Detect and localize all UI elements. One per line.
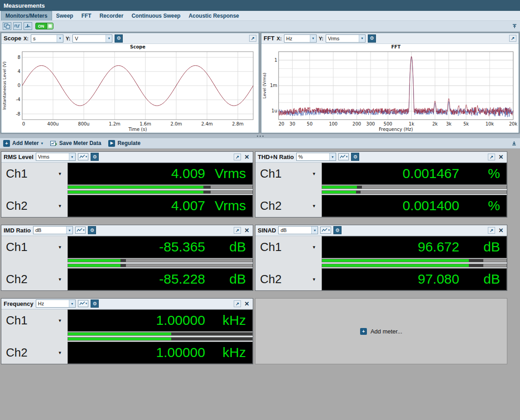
gear-icon[interactable]: ⚙ bbox=[91, 153, 99, 161]
channel-row: Ch2▾ 0.001400% bbox=[255, 195, 507, 217]
svg-text:0: 0 bbox=[18, 83, 20, 88]
svg-text:1.2m: 1.2m bbox=[109, 121, 120, 126]
tab-monitors-meters[interactable]: Monitors/Meters bbox=[1, 11, 52, 20]
display-mode-button[interactable]: ▾ bbox=[78, 300, 89, 307]
fft-monitor-toggle[interactable] bbox=[24, 22, 32, 30]
meter-header: IMD Ratio dB▾ ▾ ⚙ ↗ ✕ bbox=[1, 225, 253, 236]
fft-y-units-select[interactable]: Vrms▾ bbox=[326, 34, 366, 43]
svg-text:4: 4 bbox=[18, 69, 20, 74]
gear-icon[interactable]: ⚙ bbox=[115, 34, 123, 43]
popout-icon[interactable]: ↗ bbox=[509, 35, 516, 42]
scope-x-units-select[interactable]: s▾ bbox=[31, 34, 63, 43]
display-mode-button[interactable]: ▾ bbox=[320, 227, 331, 234]
channel-row: Ch1▾ 1.00000kHz bbox=[1, 309, 253, 332]
popout-icon[interactable]: ↗ bbox=[234, 300, 241, 307]
chevron-down-icon: ▾ bbox=[106, 35, 112, 42]
popout-icon[interactable]: ↗ bbox=[234, 154, 241, 160]
tab-recorder[interactable]: Recorder bbox=[96, 11, 128, 20]
svg-text:Instantaneous Level (V): Instantaneous Level (V) bbox=[2, 62, 7, 110]
channel-2-selector[interactable]: Ch2▾ bbox=[1, 268, 67, 290]
channel-1-level-bar bbox=[67, 185, 253, 189]
scope-panel-title: Scope bbox=[4, 35, 21, 42]
splitter-handle[interactable] bbox=[0, 134, 520, 138]
channel-2-selector[interactable]: Ch2▾ bbox=[1, 195, 67, 217]
close-icon[interactable]: ✕ bbox=[243, 300, 250, 307]
popout-icon[interactable]: ↗ bbox=[488, 227, 495, 234]
meter-unit-select[interactable]: Hz▾ bbox=[36, 299, 76, 308]
collapse-panel-icon[interactable] bbox=[511, 140, 517, 146]
meter-unit-select[interactable]: Vrms▾ bbox=[36, 153, 76, 161]
gear-icon[interactable]: ⚙ bbox=[91, 299, 99, 308]
channel-row: Ch1▾ 96.672dB bbox=[255, 236, 507, 258]
channel-1-display: 4.009Vrms bbox=[67, 163, 253, 185]
channel-2-display: 97.080dB bbox=[322, 268, 507, 290]
gear-icon[interactable]: ⚙ bbox=[351, 153, 359, 161]
generator-on-toggle[interactable]: ON bbox=[35, 23, 53, 29]
svg-text:Scope: Scope bbox=[130, 44, 145, 49]
gear-icon[interactable]: ⚙ bbox=[333, 226, 342, 234]
close-icon[interactable]: ✕ bbox=[497, 227, 505, 234]
channel-2-selector[interactable]: Ch2▾ bbox=[255, 268, 322, 290]
chevron-down-icon: ▾ bbox=[57, 35, 63, 42]
popout-icon[interactable]: ↗ bbox=[249, 35, 256, 42]
channel-1-selector[interactable]: Ch1▾ bbox=[255, 163, 322, 185]
meter-title: RMS Level bbox=[4, 154, 34, 160]
svg-text:20k: 20k bbox=[509, 121, 518, 126]
channel-2-selector[interactable]: Ch2▾ bbox=[1, 342, 67, 364]
channel-1-selector[interactable]: Ch1▾ bbox=[1, 309, 67, 332]
chevron-down-icon: ▾ bbox=[58, 276, 61, 282]
level-bars bbox=[255, 185, 507, 195]
chevron-down-icon: ▾ bbox=[313, 203, 315, 209]
tab-fft[interactable]: FFT bbox=[77, 11, 96, 20]
channel-1-selector[interactable]: Ch1▾ bbox=[1, 236, 67, 258]
tab-sweep[interactable]: Sweep bbox=[52, 11, 77, 20]
meter-unit-select[interactable]: dB▾ bbox=[278, 226, 318, 234]
empty-meter-slot[interactable]: + Add meter... bbox=[255, 298, 507, 364]
chevron-down-icon: ▾ bbox=[359, 35, 365, 42]
scope-y-units-select[interactable]: V▾ bbox=[72, 34, 112, 43]
chevron-down-icon: ▾ bbox=[41, 141, 43, 145]
popout-icon[interactable]: ↗ bbox=[234, 227, 241, 234]
meter-unit-select[interactable]: %▾ bbox=[296, 153, 336, 161]
chevron-down-icon: ▾ bbox=[328, 228, 330, 232]
close-icon[interactable]: ✕ bbox=[497, 154, 505, 160]
chevron-down-icon: ▾ bbox=[313, 244, 315, 250]
fft-x-units-select[interactable]: Hz▾ bbox=[284, 34, 317, 43]
chevron-down-icon: ▾ bbox=[329, 153, 336, 160]
svg-text:50: 50 bbox=[307, 121, 313, 126]
chevron-down-icon: ▾ bbox=[69, 153, 75, 160]
popout-icon[interactable]: ↗ bbox=[488, 154, 495, 160]
channel-row: Ch2▾ 4.007Vrms bbox=[1, 195, 253, 217]
add-meter-button[interactable]: + Add Meter ▾ bbox=[3, 140, 43, 147]
channel-1-level-bar bbox=[322, 259, 507, 262]
on-toggle-label: ON bbox=[36, 24, 47, 29]
gear-icon[interactable]: ⚙ bbox=[368, 34, 376, 43]
channel-1-selector[interactable]: Ch1▾ bbox=[1, 163, 67, 185]
channel-2-selector[interactable]: Ch2▾ bbox=[255, 195, 322, 217]
monitors-area: Scope X: s▾ Y: V▾ ⚙ ↗ Scope840-4-80400u8… bbox=[0, 32, 520, 134]
meter-title: IMD Ratio bbox=[4, 227, 31, 234]
display-mode-button[interactable]: ▾ bbox=[75, 227, 86, 234]
svg-text:300: 300 bbox=[366, 121, 375, 126]
scope-monitor-toggle[interactable] bbox=[13, 22, 22, 30]
monitor-layout-button[interactable] bbox=[3, 22, 11, 30]
meter-panel: THD+N Ratio %▾ ▾ ⚙ ↗ ✕ Ch1▾ 0.001467% Ch… bbox=[255, 151, 507, 217]
meter-unit-select[interactable]: dB▾ bbox=[33, 226, 73, 234]
tab-continuous-sweep[interactable]: Continuous Sweep bbox=[127, 11, 184, 20]
display-mode-button[interactable]: ▾ bbox=[78, 153, 89, 160]
mini-trace-icon bbox=[79, 301, 85, 306]
regulate-button[interactable]: ▶ Regulate bbox=[108, 140, 140, 147]
channel-1-selector[interactable]: Ch1▾ bbox=[255, 236, 322, 258]
close-icon[interactable]: ✕ bbox=[243, 154, 250, 160]
svg-text:800u: 800u bbox=[78, 121, 89, 126]
meter-panel: Frequency Hz▾ ▾ ⚙ ↗ ✕ Ch1▾ 1.00000kHz Ch… bbox=[1, 298, 253, 364]
tab-acoustic-response[interactable]: Acoustic Response bbox=[184, 11, 243, 20]
gear-icon[interactable]: ⚙ bbox=[88, 226, 96, 234]
mini-trace-icon bbox=[79, 154, 85, 159]
close-icon[interactable]: ✕ bbox=[243, 227, 250, 234]
save-meter-data-button[interactable]: Save Meter Data bbox=[50, 140, 101, 146]
svg-text:-4: -4 bbox=[16, 97, 20, 102]
display-mode-button[interactable]: ▾ bbox=[338, 153, 349, 160]
auto-hide-pin-icon[interactable] bbox=[512, 24, 517, 29]
svg-text:400u: 400u bbox=[47, 121, 58, 126]
